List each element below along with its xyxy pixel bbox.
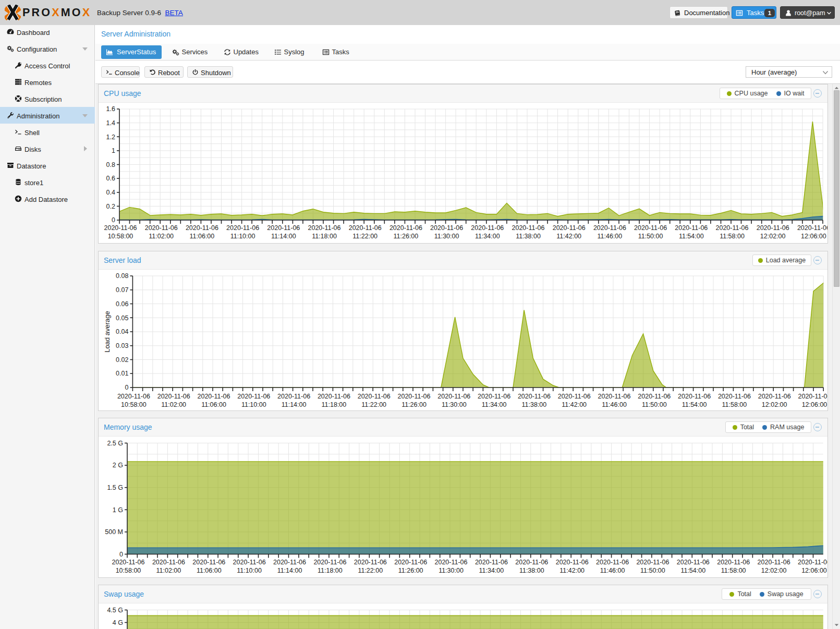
svg-text:0.8: 0.8 xyxy=(106,161,115,168)
svg-text:2020-11-06: 2020-11-06 xyxy=(797,224,827,232)
svg-text:11:38:00: 11:38:00 xyxy=(519,567,544,574)
svg-text:2020-11-06: 2020-11-06 xyxy=(267,224,300,232)
svg-text:11:14:00: 11:14:00 xyxy=(282,401,307,408)
svg-text:10:58:00: 10:58:00 xyxy=(121,401,147,408)
svg-text:12:06:00: 12:06:00 xyxy=(801,567,827,574)
svg-text:2020-11-06: 2020-11-06 xyxy=(233,559,266,566)
svg-text:11:02:00: 11:02:00 xyxy=(156,567,181,574)
svg-text:2020-11-06: 2020-11-06 xyxy=(678,393,711,400)
svg-text:2020-11-06: 2020-11-06 xyxy=(237,393,270,400)
svg-text:2020-11-06: 2020-11-06 xyxy=(677,559,710,566)
svg-text:11:06:00: 11:06:00 xyxy=(201,401,226,408)
svg-text:2020-11-06: 2020-11-06 xyxy=(112,559,144,566)
svg-text:11:22:00: 11:22:00 xyxy=(358,567,383,574)
svg-text:11:54:00: 11:54:00 xyxy=(679,233,704,240)
svg-text:11:50:00: 11:50:00 xyxy=(638,233,663,240)
svg-text:11:06:00: 11:06:00 xyxy=(197,567,222,574)
svg-text:2020-11-06: 2020-11-06 xyxy=(717,559,750,566)
svg-text:11:10:00: 11:10:00 xyxy=(237,567,262,574)
svg-text:1.5 G: 1.5 G xyxy=(107,484,123,491)
svg-text:2020-11-06: 2020-11-06 xyxy=(145,224,178,232)
svg-text:2.5 G: 2.5 G xyxy=(107,440,123,447)
svg-text:11:42:00: 11:42:00 xyxy=(559,567,585,574)
svg-text:2020-11-06: 2020-11-06 xyxy=(758,393,791,400)
svg-text:11:18:00: 11:18:00 xyxy=(312,233,337,240)
svg-text:2020-11-06: 2020-11-06 xyxy=(318,393,350,400)
svg-text:11:30:00: 11:30:00 xyxy=(434,233,459,240)
svg-text:2020-11-06: 2020-11-06 xyxy=(558,393,591,400)
svg-text:0: 0 xyxy=(125,384,128,391)
svg-text:0.01: 0.01 xyxy=(116,370,128,377)
svg-text:2020-11-06: 2020-11-06 xyxy=(117,393,150,400)
svg-text:11:22:00: 11:22:00 xyxy=(361,401,386,408)
svg-text:2020-11-06: 2020-11-06 xyxy=(553,224,586,232)
svg-text:2020-11-06: 2020-11-06 xyxy=(471,224,504,232)
svg-text:0.2: 0.2 xyxy=(106,203,115,210)
svg-text:11:30:00: 11:30:00 xyxy=(439,567,464,574)
svg-text:11:50:00: 11:50:00 xyxy=(640,567,665,574)
svg-text:2020-11-06: 2020-11-06 xyxy=(596,559,629,566)
svg-text:2020-11-06: 2020-11-06 xyxy=(512,224,544,232)
svg-text:1.4: 1.4 xyxy=(106,119,115,127)
svg-text:0: 0 xyxy=(119,551,123,558)
svg-text:2020-11-06: 2020-11-06 xyxy=(556,559,589,566)
svg-text:2020-11-06: 2020-11-06 xyxy=(308,224,340,232)
svg-text:11:46:00: 11:46:00 xyxy=(602,401,627,408)
svg-text:2020-11-06: 2020-11-06 xyxy=(478,393,510,400)
svg-text:0.05: 0.05 xyxy=(116,314,128,322)
svg-text:0.03: 0.03 xyxy=(116,342,128,349)
svg-text:11:54:00: 11:54:00 xyxy=(682,401,707,408)
svg-text:12:02:00: 12:02:00 xyxy=(762,401,787,408)
svg-text:2020-11-06: 2020-11-06 xyxy=(313,559,346,566)
svg-text:2020-11-06: 2020-11-06 xyxy=(434,559,467,566)
svg-text:11:50:00: 11:50:00 xyxy=(642,401,667,408)
svg-text:11:58:00: 11:58:00 xyxy=(722,401,747,408)
svg-text:2020-11-06: 2020-11-06 xyxy=(475,559,508,566)
svg-text:2020-11-06: 2020-11-06 xyxy=(349,224,382,232)
svg-text:11:26:00: 11:26:00 xyxy=(401,401,427,408)
svg-text:2020-11-06: 2020-11-06 xyxy=(104,224,137,232)
svg-text:11:42:00: 11:42:00 xyxy=(556,233,581,240)
svg-text:11:38:00: 11:38:00 xyxy=(516,233,541,240)
svg-text:11:58:00: 11:58:00 xyxy=(720,233,745,240)
svg-text:2020-11-06: 2020-11-06 xyxy=(389,224,422,232)
svg-text:10:58:00: 10:58:00 xyxy=(116,567,141,574)
svg-text:11:06:00: 11:06:00 xyxy=(190,233,215,240)
svg-text:12:02:00: 12:02:00 xyxy=(760,233,786,240)
svg-text:11:46:00: 11:46:00 xyxy=(600,567,625,574)
svg-text:11:26:00: 11:26:00 xyxy=(394,233,419,240)
svg-text:0: 0 xyxy=(112,216,115,224)
svg-text:11:34:00: 11:34:00 xyxy=(479,567,504,574)
svg-text:11:14:00: 11:14:00 xyxy=(271,233,296,240)
svg-text:11:22:00: 11:22:00 xyxy=(352,233,378,240)
svg-text:2020-11-06: 2020-11-06 xyxy=(192,559,225,566)
svg-text:11:10:00: 11:10:00 xyxy=(230,233,255,240)
svg-text:2020-11-06: 2020-11-06 xyxy=(758,559,790,566)
svg-text:2020-11-06: 2020-11-06 xyxy=(354,559,387,566)
svg-text:0.08: 0.08 xyxy=(116,272,128,280)
svg-text:2020-11-06: 2020-11-06 xyxy=(397,393,430,400)
svg-text:2020-11-06: 2020-11-06 xyxy=(273,559,306,566)
svg-text:11:46:00: 11:46:00 xyxy=(598,233,623,240)
svg-text:11:26:00: 11:26:00 xyxy=(398,567,423,574)
svg-text:2020-11-06: 2020-11-06 xyxy=(593,224,626,232)
svg-text:11:38:00: 11:38:00 xyxy=(522,401,547,408)
svg-text:11:02:00: 11:02:00 xyxy=(161,401,186,408)
svg-text:2020-11-06: 2020-11-06 xyxy=(518,393,551,400)
svg-text:0.06: 0.06 xyxy=(116,300,128,308)
svg-text:12:06:00: 12:06:00 xyxy=(801,233,826,240)
svg-text:2020-11-06: 2020-11-06 xyxy=(757,224,789,232)
svg-text:2020-11-06: 2020-11-06 xyxy=(675,224,708,232)
svg-text:2020-11-06: 2020-11-06 xyxy=(634,224,667,232)
svg-text:11:42:00: 11:42:00 xyxy=(562,401,587,408)
svg-text:2020-11-06: 2020-11-06 xyxy=(197,393,230,400)
svg-text:2020-11-06: 2020-11-06 xyxy=(277,393,310,400)
svg-text:1.6: 1.6 xyxy=(106,105,115,113)
svg-text:2020-11-06: 2020-11-06 xyxy=(515,559,548,566)
svg-text:11:30:00: 11:30:00 xyxy=(442,401,467,408)
svg-text:0.02: 0.02 xyxy=(116,356,128,364)
svg-text:11:18:00: 11:18:00 xyxy=(322,401,347,408)
svg-text:1: 1 xyxy=(112,147,115,154)
svg-text:2020-11-06: 2020-11-06 xyxy=(430,224,463,232)
svg-text:11:10:00: 11:10:00 xyxy=(241,401,266,408)
